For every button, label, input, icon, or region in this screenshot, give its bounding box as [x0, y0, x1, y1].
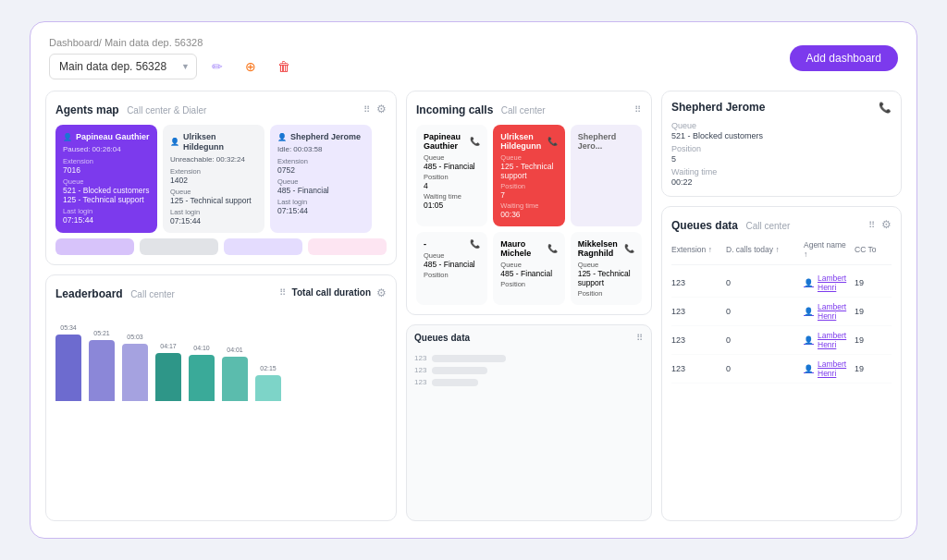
- queues-small-header: Queues data ⠿: [414, 333, 644, 343]
- add-dashboard-button[interactable]: Add dashboard: [790, 45, 898, 71]
- delete-button[interactable]: 🗑: [271, 54, 297, 79]
- agent-status: Paused: 00:26:04: [63, 145, 150, 153]
- agents-map-header: Agents map Call center & Dialer ⠿ ⚙: [55, 101, 387, 117]
- agent-avatar-icon: 👤: [804, 364, 814, 373]
- gear-icon[interactable]: ⚙: [376, 103, 387, 116]
- header-left: Dashboard/ Main data dep. 56328 Main dat…: [49, 37, 297, 79]
- drag-handle-icon: ⠿: [868, 220, 876, 230]
- agents-map-section: Agents map Call center & Dialer ⠿ ⚙ 👤 Pa…: [45, 91, 397, 265]
- bar-2: 05:21: [89, 330, 115, 401]
- queues-small-section: Queues data ⠿ 123 123 123: [406, 324, 652, 521]
- phone-icon: 📞: [624, 244, 634, 253]
- bar-6: 04:01: [222, 347, 248, 401]
- shepherd-name: Shepherd Jerome: [671, 101, 765, 114]
- agent-name: Shepherd Jerome: [290, 132, 361, 142]
- copy-button[interactable]: ⊕: [238, 54, 264, 79]
- table-row: 123 0 👤 Lambert Henri 19: [671, 269, 892, 298]
- calls-grid: Papineau Gauthier 📞 Queue 485 - Financia…: [416, 125, 642, 305]
- incoming-calls-title: Incoming calls: [416, 103, 493, 116]
- agent-avatar-icon: 👤: [804, 278, 814, 287]
- agent-name: Papineau Gauthier: [76, 132, 150, 142]
- drag-handle-icon: ⠿: [634, 104, 642, 115]
- call-card-ulriksen-active: Ulriksen Hildegunn 📞 Queue 125 - Technic…: [493, 125, 564, 226]
- queue-bar-item: 123: [414, 378, 644, 386]
- gear-icon[interactable]: ⚙: [881, 218, 892, 231]
- bar-5: 04:10: [189, 345, 215, 401]
- left-panel: Agents map Call center & Dialer ⠿ ⚙ 👤 Pa…: [45, 91, 397, 521]
- col-agent-name: Agent name ↑: [804, 240, 851, 259]
- agents-map-subtitle: Call center & Dialer: [127, 105, 206, 116]
- queues-table-header: Queues data Call center ⠿ ⚙: [671, 216, 892, 233]
- bar-1: 05:34: [55, 324, 81, 401]
- call-card-papineau: Papineau Gauthier 📞 Queue 485 - Financia…: [416, 125, 487, 226]
- drag-handle-icon: ⠿: [279, 287, 287, 298]
- shepherd-position-row: Position 5: [671, 144, 892, 164]
- agent-card-ulriksen: 👤 Ulriksen Hildegunn Unreachable: 00:32:…: [163, 125, 264, 233]
- middle-panel: Incoming calls Call center ⠿ Papineau Ga…: [406, 91, 652, 521]
- queues-data-table: Queues data Call center ⠿ ⚙ Extension ↑ …: [661, 206, 902, 521]
- agent-cell[interactable]: 👤 Lambert Henri: [804, 274, 851, 292]
- dashboard-select[interactable]: Main data dep. 56328: [49, 54, 197, 79]
- agents-map-title: Agents map: [55, 103, 119, 116]
- call-card-mauro: Mauro Michele 📞 Queue 485 - Financial Po…: [493, 232, 564, 305]
- shepherd-fields: Queue 521 - Blocked customers Position 5…: [671, 121, 892, 187]
- table-row: 123 0 👤 Lambert Henri 19: [671, 355, 892, 383]
- gear-icon[interactable]: ⚙: [376, 286, 387, 299]
- agent-card-shepherd: 👤 Shepherd Jerome Idle: 00:03:58 Extensi…: [270, 125, 372, 233]
- queue-bar-item: 123: [414, 354, 644, 362]
- agent-avatar-icon: 👤: [804, 307, 814, 316]
- incoming-calls-header: Incoming calls Call center ⠿: [416, 101, 642, 117]
- agents-map-title-group: Agents map Call center & Dialer: [55, 101, 206, 117]
- agent-cell[interactable]: 👤 Lambert Henri: [804, 302, 851, 321]
- drag-handle-icon: ⠿: [363, 104, 371, 115]
- ghost-card: [55, 238, 134, 255]
- phone-icon: 📞: [547, 137, 558, 146]
- queues-table-subtitle: Call center: [745, 221, 790, 231]
- table-row: 123 0 👤 Lambert Henri 19: [671, 298, 892, 326]
- right-panel: Shepherd Jerome 📞 Queue 521 - Blocked cu…: [661, 91, 902, 521]
- total-call-duration-label: Total call duration: [292, 287, 371, 298]
- ghost-card: [224, 238, 302, 255]
- call-card-dash: - 📞 Queue 485 - Financial Position: [416, 232, 487, 305]
- phone-icon: 📞: [547, 244, 558, 253]
- leaderboard-section: Leaderboard Call center ⠿ Total call dur…: [45, 274, 397, 521]
- queues-data-small-title: Queues data: [414, 333, 470, 343]
- shepherd-waiting-row: Waiting time 00:22: [671, 167, 892, 187]
- bar-3: 05:03: [122, 334, 148, 401]
- ghost-agents-row: [55, 238, 387, 255]
- agent-name: Ulriksen Hildegunn: [183, 132, 257, 152]
- incoming-calls-section: Incoming calls Call center ⠿ Papineau Ga…: [406, 91, 652, 315]
- bar-7: 02:15: [255, 365, 281, 401]
- queues-table-title: Queues data: [671, 219, 738, 232]
- dashboard-header: Dashboard/ Main data dep. 56328 Main dat…: [45, 37, 902, 79]
- agents-grid: 👤 Papineau Gauthier Paused: 00:26:04 Ext…: [55, 125, 387, 233]
- leaderboard-subtitle: Call center: [130, 289, 175, 299]
- agent-status: Idle: 00:03:58: [277, 145, 364, 153]
- shepherd-card-header: Shepherd Jerome 📞: [671, 101, 892, 114]
- col-d-calls: D. calls today ↑: [726, 240, 800, 259]
- agent-card-papineau: 👤 Papineau Gauthier Paused: 00:26:04 Ext…: [55, 125, 157, 233]
- agent-status: Unreachable: 00:32:24: [170, 155, 257, 164]
- shepherd-jerome-card: Shepherd Jerome 📞 Queue 521 - Blocked cu…: [661, 91, 902, 197]
- agent-person-icon: 👤: [277, 133, 287, 141]
- phone-icon: 📞: [470, 239, 480, 249]
- leaderboard-title: Leaderboard: [55, 287, 123, 300]
- edit-button[interactable]: ✏: [204, 54, 230, 79]
- main-dashboard: Dashboard/ Main data dep. 56328 Main dat…: [30, 21, 917, 539]
- incoming-calls-subtitle: Call center: [501, 105, 546, 116]
- call-card-shepherd-ghost: Shepherd Jero...: [571, 125, 642, 226]
- agent-person-icon: 👤: [170, 138, 179, 146]
- ghost-card: [308, 238, 387, 255]
- agent-cell[interactable]: 👤 Lambert Henri: [804, 359, 851, 378]
- leaderboard-header: Leaderboard Call center ⠿ Total call dur…: [55, 285, 387, 301]
- drag-handle-icon: ⠿: [636, 333, 644, 343]
- queues-table-col-headers: Extension ↑ D. calls today ↑ Agent name …: [671, 240, 892, 265]
- phone-icon: 📞: [470, 137, 480, 146]
- col-cc: CC To: [855, 240, 892, 259]
- agent-person-icon: 👤: [63, 133, 72, 141]
- bar-4: 04:17: [155, 343, 181, 401]
- dashboard-select-wrapper[interactable]: Main data dep. 56328 ▼: [49, 54, 197, 79]
- leaderboard-chart: 05:34 05:21 05:03 04:17: [55, 309, 387, 401]
- agent-cell[interactable]: 👤 Lambert Henri: [804, 331, 851, 349]
- agent-avatar-icon: 👤: [804, 335, 814, 345]
